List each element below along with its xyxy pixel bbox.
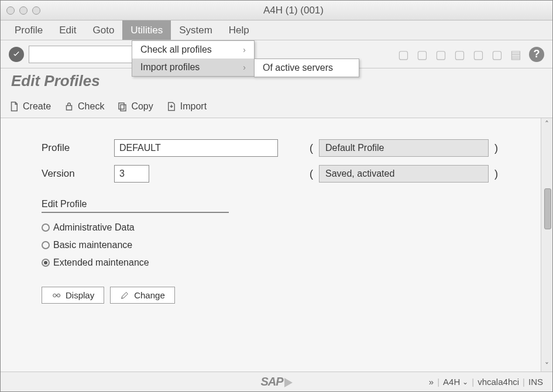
action-buttons: Display Change [42,287,229,304]
close-window-button[interactable] [6,6,15,15]
status-chevrons: » [429,377,434,387]
menu-goto[interactable]: Goto [84,20,122,40]
toolbar-icons-faded: ▢ ▢ ▢ ▢ ▢ ▢ ▤ [396,47,523,62]
svg-rect-2 [121,105,126,111]
change-button[interactable]: Change [110,287,175,304]
scroll-up-icon[interactable]: ˄ [541,119,552,129]
import-button[interactable]: Import [166,101,207,112]
menubar: Profile Edit Goto Utilities System Help … [1,20,552,40]
profile-desc-field: Default Profile [319,139,489,157]
insert-mode: INS [528,377,543,387]
button-label: Display [66,290,94,300]
help-icon[interactable]: ? [529,47,544,62]
group-title: Edit Profile [42,199,229,213]
import-icon [166,101,177,112]
menu-help[interactable]: Help [221,20,257,40]
paren-close: ) [491,168,502,180]
titlebar: A4H (1) (001) [1,1,552,20]
toolbar-icon[interactable]: ▢ [452,47,467,62]
menu-profile[interactable]: Profile [6,20,51,40]
button-label: Import [180,101,207,112]
zoom-window-button[interactable] [32,6,40,15]
radio-icon-selected [42,259,50,267]
paren-close: ) [491,142,502,154]
menu-edit[interactable]: Edit [51,20,84,40]
system-dropdown[interactable]: A4H ⌄ [443,377,468,387]
glasses-icon [51,291,61,300]
radio-extended-maintenance[interactable]: Extended maintenance [42,254,229,271]
paren-open: ( [306,142,317,154]
separator: | [437,377,439,387]
minimize-window-button[interactable] [19,6,28,15]
separator: | [472,377,474,387]
enter-icon[interactable] [9,47,24,62]
version-row: Version ( Saved, activated ) [42,165,541,183]
separator: | [523,377,525,387]
radio-label: Extended maintenance [53,257,149,268]
version-label: Version [42,168,112,180]
toolbar-icon[interactable]: ▢ [433,47,448,62]
copy-icon [117,101,128,112]
profile-input[interactable] [114,139,278,157]
check-button[interactable]: Check [64,101,104,112]
window-controls [6,6,40,15]
button-label: Change [134,290,165,300]
chevron-down-icon: ⌄ [462,378,468,386]
submenu-arrow-icon: › [243,45,246,54]
display-button[interactable]: Display [42,287,104,304]
scroll-down-icon[interactable]: ˅ [541,361,552,370]
window-title: A4H (1) (001) [40,5,547,16]
toolbar-icon[interactable]: ▢ [414,47,430,62]
menu-import-profiles[interactable]: Import profiles › [132,59,254,76]
menu-item-label: Import profiles [140,62,200,73]
vertical-scrollbar[interactable]: ˄ ˅ [541,118,552,372]
button-label: Create [23,101,51,112]
menu-system[interactable]: System [171,20,221,40]
content-area: Profile ( Default Profile ) Version ( Sa… [1,118,552,372]
application-toolbar: Create Check Copy Import [1,95,552,118]
radio-basic-maintenance[interactable]: Basic maintenance [42,236,229,254]
radio-admin-data[interactable]: Administrative Data [42,219,229,236]
menu-item-label: Check all profiles [140,44,212,55]
toolbar-icon[interactable]: ▤ [508,47,523,62]
pencil-icon [120,291,129,300]
statusbar: SAP » | A4H ⌄ | vhcala4hci | INS [1,372,552,391]
import-profiles-submenu: Of active servers [254,59,359,77]
utilities-dropdown: Check all profiles › Import profiles › O… [132,40,255,77]
submenu-of-active-servers[interactable]: Of active servers [255,59,359,77]
profile-label: Profile [42,142,112,154]
svg-point-3 [53,294,56,297]
svg-rect-0 [67,105,72,110]
menu-check-all-profiles[interactable]: Check all profiles › [132,41,254,59]
sap-window: A4H (1) (001) Profile Edit Goto Utilitie… [0,0,553,392]
radio-label: Administrative Data [53,222,135,233]
button-label: Check [78,101,104,112]
button-label: Copy [131,101,153,112]
radio-label: Basic maintenance [53,240,132,250]
svg-rect-1 [119,103,124,109]
toolbar-icon[interactable]: ▢ [489,47,504,62]
menu-utilities[interactable]: Utilities [122,20,171,40]
sap-logo: SAP [260,375,292,388]
paren-open: ( [306,168,317,180]
host-name: vhcala4hci [478,377,519,387]
create-button[interactable]: Create [9,101,51,112]
toolbar-icon[interactable]: ▢ [396,47,411,62]
radio-icon [42,241,50,249]
submenu-arrow-icon: › [243,63,246,72]
document-icon [9,101,19,112]
version-desc-field: Saved, activated [319,165,489,183]
edit-profile-group: Edit Profile Administrative Data Basic m… [42,199,229,304]
version-input[interactable] [114,165,149,183]
system-id: A4H [443,377,460,387]
check-lock-icon [64,101,74,112]
profile-row: Profile ( Default Profile ) [42,139,541,157]
svg-point-4 [57,294,60,297]
toolbar-icon[interactable]: ▢ [470,47,486,62]
radio-icon [42,223,50,232]
scroll-thumb[interactable] [544,188,551,229]
copy-button[interactable]: Copy [117,101,153,112]
